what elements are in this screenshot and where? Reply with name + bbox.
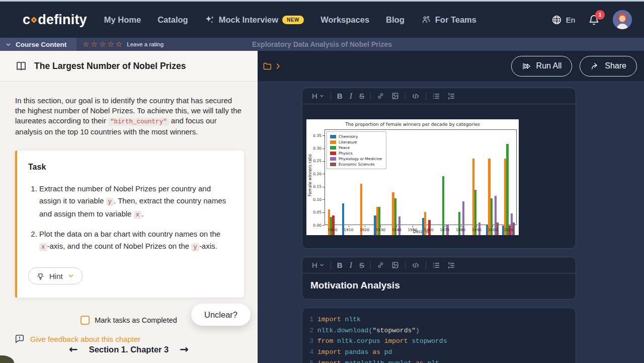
- code-button[interactable]: [408, 92, 423, 100]
- legend-entry: Economic Sciences: [330, 162, 382, 167]
- numbered-list-button[interactable]: [444, 261, 459, 269]
- legend-swatch: [330, 152, 336, 155]
- heading-button[interactable]: H: [308, 261, 328, 269]
- female-winners-chart: The proportion of female winners per dec…: [306, 119, 519, 235]
- run-all-icon: [522, 61, 531, 71]
- codefinity-logo[interactable]: c definity: [23, 12, 87, 28]
- file-tree-toggle[interactable]: [263, 61, 282, 71]
- heading-button[interactable]: H: [308, 92, 328, 100]
- code-button[interactable]: [408, 261, 423, 269]
- line-number: 2: [305, 327, 313, 334]
- markdown-heading[interactable]: Motivation Analysis: [302, 273, 576, 299]
- code-line: 1import nltk: [302, 314, 576, 325]
- notebook-area: H B I S: [258, 81, 644, 363]
- mark-completed-label: Mark tasks as Completed: [95, 316, 177, 324]
- course-content-label: Course Content: [16, 41, 66, 48]
- chart-bar-group: [468, 139, 485, 235]
- code-line: 3from nltk.corpus import stopwords: [302, 336, 576, 347]
- star-icon[interactable]: ☆: [91, 40, 99, 49]
- toolbar-separator: [331, 92, 331, 100]
- code-line: 4import pandas as pd: [302, 347, 576, 358]
- share-icon: [590, 61, 600, 71]
- inline-code: x: [134, 211, 142, 219]
- language-selector[interactable]: En: [551, 15, 575, 25]
- image-button[interactable]: [388, 261, 403, 269]
- line-number: 5: [305, 359, 313, 363]
- nav-item-label: For Teams: [435, 15, 476, 25]
- nav-item-workspaces[interactable]: Workspaces: [320, 15, 369, 25]
- chart-bar-group: [421, 139, 437, 235]
- image-button[interactable]: [388, 92, 403, 100]
- course-content-toggle[interactable]: Course Content: [0, 38, 76, 51]
- x-tick-mark: [333, 226, 333, 227]
- feedback-link[interactable]: Give feedback about this chapter: [14, 333, 243, 344]
- chevron-down-icon: [319, 93, 325, 99]
- bullet-list-button[interactable]: [429, 92, 444, 100]
- nav-item-mock-interview[interactable]: Mock Interview NEW: [205, 15, 304, 25]
- unclear-button[interactable]: Unclear?: [191, 304, 251, 326]
- bullet-list-button[interactable]: [429, 261, 444, 269]
- image-icon: [391, 261, 399, 269]
- markdown-cell-content[interactable]: The proportion of female winners per dec…: [302, 104, 576, 248]
- bullet-list-icon: [432, 261, 440, 269]
- bold-button[interactable]: B: [334, 261, 346, 269]
- nav-item-for-teams[interactable]: For Teams: [421, 15, 476, 25]
- strikethrough-button[interactable]: S: [356, 92, 368, 100]
- share-button[interactable]: Share: [580, 56, 637, 77]
- run-all-button[interactable]: Run All: [511, 56, 573, 77]
- link-button[interactable]: [373, 261, 388, 269]
- legend-entry: Chemistry: [330, 134, 382, 139]
- inline-code: y: [191, 243, 199, 251]
- nav-item-blog[interactable]: Blog: [386, 15, 405, 25]
- chart-legend: ChemistryLiteraturePeacePhysicsPhysiolog…: [327, 131, 386, 169]
- x-tick-mark: [365, 226, 365, 227]
- task-card: Task Extract the number of Nobel Prizes …: [15, 151, 244, 298]
- italic-button[interactable]: I: [346, 92, 356, 101]
- lesson-panel: The Largest Number of Nobel Prizes In th…: [0, 51, 258, 363]
- star-icon[interactable]: ☆: [99, 40, 107, 49]
- y-tick-label: 0.00: [306, 223, 321, 228]
- numbered-list-button[interactable]: [444, 92, 459, 100]
- code-icon: [412, 261, 420, 269]
- plant-decoration: [0, 355, 14, 363]
- notebook-panel: Run All Share H B I S: [258, 51, 644, 363]
- chart-bar-group: [436, 139, 452, 235]
- star-icon[interactable]: ☆: [107, 40, 115, 49]
- bold-button[interactable]: B: [334, 92, 346, 100]
- legend-label: Economic Sciences: [339, 162, 375, 167]
- next-chapter-arrow[interactable]: →: [180, 344, 189, 355]
- link-button[interactable]: [373, 92, 388, 100]
- code-cell[interactable]: 1import nltk2nltk.download("stopwords")3…: [302, 308, 576, 363]
- x-tick-mark: [429, 226, 429, 227]
- notifications-button[interactable]: 1: [588, 14, 600, 26]
- line-number: 4: [305, 348, 313, 356]
- star-icon[interactable]: ☆: [83, 40, 91, 49]
- new-badge: NEW: [282, 16, 304, 24]
- toolbar-separator: [426, 261, 426, 269]
- nav-item-my-home[interactable]: My Home: [104, 15, 141, 25]
- avatar[interactable]: [613, 10, 632, 29]
- run-all-label: Run All: [536, 61, 562, 70]
- nav-item-label: Mock Interview: [219, 15, 278, 25]
- strikethrough-button[interactable]: S: [356, 261, 368, 269]
- rating-stars[interactable]: ☆☆☆☆☆: [83, 41, 124, 48]
- prev-chapter-arrow[interactable]: ←: [69, 344, 78, 355]
- chart-bar-group: [452, 139, 468, 235]
- feedback-bubble-icon: [14, 333, 25, 344]
- toolbar-separator: [370, 92, 371, 100]
- notebook-header: Run All Share: [258, 51, 644, 81]
- star-icon[interactable]: ☆: [116, 40, 124, 49]
- hint-label: Hint: [49, 272, 63, 280]
- markdown-cell-heading: H B I S: [302, 257, 576, 300]
- markdown-cell-chart: H B I S: [302, 88, 576, 249]
- legend-swatch: [330, 135, 336, 138]
- nav-item-catalog[interactable]: Catalog: [157, 15, 188, 25]
- mark-completed-checkbox[interactable]: [80, 316, 90, 325]
- x-tick-mark: [349, 226, 349, 227]
- toolbar-separator: [331, 261, 331, 269]
- italic-button[interactable]: I: [346, 261, 356, 270]
- lightbulb-icon: [36, 272, 45, 280]
- lesson-header: The Largest Number of Nobel Prizes: [0, 51, 258, 82]
- logo-text-prefix: c: [23, 12, 30, 28]
- hint-button[interactable]: Hint: [28, 267, 83, 284]
